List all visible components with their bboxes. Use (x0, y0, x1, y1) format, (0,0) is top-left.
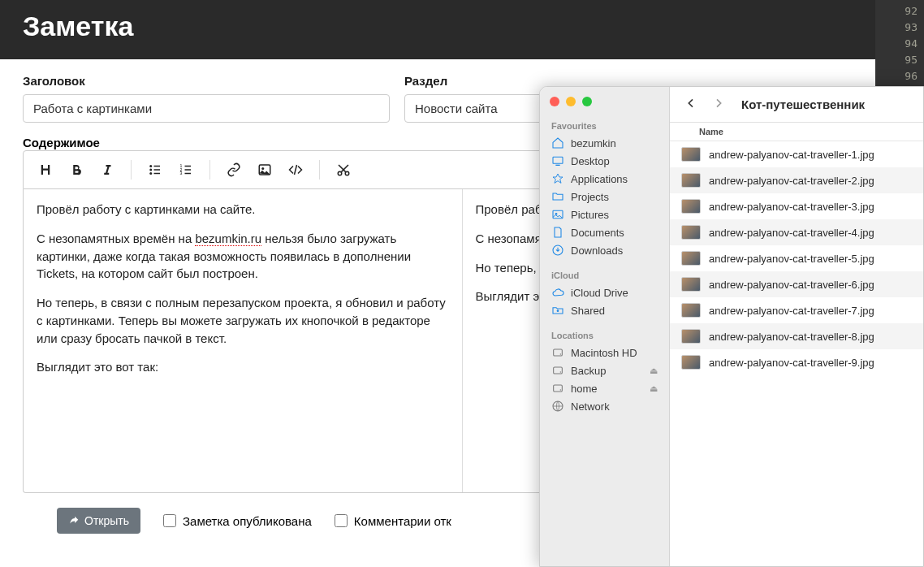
bold-button[interactable] (63, 156, 90, 184)
sidebar-item-label: Documents (571, 227, 624, 239)
svg-rect-22 (554, 349, 563, 356)
file-name: andrew-palyanov-cat-traveller-8.jpg (709, 331, 874, 343)
code-button[interactable] (282, 156, 309, 184)
file-thumbnail-icon (681, 355, 701, 370)
sidebar-item-label: Backup (571, 365, 606, 377)
svg-point-13 (261, 167, 264, 170)
file-thumbnail-icon (681, 251, 701, 266)
minimize-window-button[interactable] (566, 97, 576, 106)
ol-button[interactable]: 123 (172, 156, 200, 184)
sidebar-item-label: Projects (571, 191, 609, 203)
file-name: andrew-palyanov-cat-traveller-5.jpg (709, 253, 874, 265)
finder-sidebar: Favourites bezumkinDesktopApplicationsPr… (540, 87, 670, 566)
sidebar-item-label: Pictures (571, 209, 609, 221)
link-button[interactable] (220, 156, 248, 184)
svg-rect-11 (185, 173, 192, 175)
svg-rect-16 (553, 157, 563, 163)
svg-rect-5 (154, 173, 161, 175)
spellcheck-underline: bezumkin.ru (195, 232, 261, 246)
file-name: andrew-palyanov-cat-traveller-1.jpg (709, 149, 874, 161)
sidebar-item-label: Desktop (571, 155, 610, 167)
file-thumbnail-icon (681, 147, 701, 162)
svg-point-25 (560, 371, 561, 372)
comments-checkbox[interactable] (335, 514, 348, 527)
sidebar-section-icloud: iCloud (540, 266, 669, 284)
separator (319, 160, 320, 180)
sidebar-item-label: Macintosh HD (571, 347, 637, 359)
svg-rect-26 (554, 385, 563, 392)
svg-rect-7 (185, 166, 192, 167)
sidebar-item-label: Applications (571, 173, 628, 185)
sidebar-item[interactable]: Macintosh HD (540, 344, 669, 361)
published-checkbox[interactable] (163, 514, 176, 527)
title-input[interactable] (23, 94, 390, 123)
separator (131, 160, 132, 180)
svg-point-27 (560, 389, 561, 390)
heading-button[interactable] (32, 156, 59, 184)
file-row[interactable]: andrew-palyanov-cat-traveller-8.jpg (670, 323, 923, 349)
file-row[interactable]: andrew-palyanov-cat-traveller-5.jpg (670, 245, 923, 271)
open-button[interactable]: Открыть (57, 508, 140, 534)
svg-rect-9 (185, 169, 192, 171)
file-row[interactable]: andrew-palyanov-cat-traveller-2.jpg (670, 167, 923, 193)
file-list: andrew-palyanov-cat-traveller-1.jpgandre… (670, 141, 923, 566)
sidebar-item[interactable]: home⏏ (540, 379, 669, 397)
finder-toolbar: Кот-путешественник (670, 87, 923, 123)
file-thumbnail-icon (681, 173, 701, 188)
sidebar-item[interactable]: Shared (540, 301, 669, 319)
sidebar-item-label: bezumkin (571, 137, 616, 149)
sidebar-item[interactable]: Projects (540, 188, 669, 206)
file-name: andrew-palyanov-cat-traveller-2.jpg (709, 175, 874, 187)
image-button[interactable] (251, 156, 278, 184)
file-row[interactable]: andrew-palyanov-cat-traveller-3.jpg (670, 193, 923, 219)
file-row[interactable]: andrew-palyanov-cat-traveller-7.jpg (670, 297, 923, 323)
sidebar-item[interactable]: Backup⏏ (540, 361, 669, 379)
sidebar-item[interactable]: Documents (540, 223, 669, 241)
svg-point-23 (560, 353, 561, 354)
file-name: andrew-palyanov-cat-traveller-9.jpg (709, 357, 874, 369)
svg-point-0 (149, 165, 152, 167)
svg-rect-17 (555, 165, 559, 166)
file-thumbnail-icon (681, 225, 701, 240)
sidebar-item[interactable]: Pictures (540, 206, 669, 223)
svg-point-15 (345, 171, 349, 175)
zoom-window-button[interactable] (582, 97, 592, 106)
eject-icon[interactable]: ⏏ (650, 366, 658, 376)
italic-button[interactable] (93, 156, 121, 184)
title-label: Заголовок (23, 74, 390, 88)
sidebar-item[interactable]: bezumkin (540, 134, 669, 152)
file-name: andrew-palyanov-cat-traveller-3.jpg (709, 201, 874, 213)
file-name: andrew-palyanov-cat-traveller-6.jpg (709, 279, 874, 291)
sidebar-section-favourites: Favourites (540, 116, 669, 134)
file-row[interactable]: andrew-palyanov-cat-traveller-6.jpg (670, 271, 923, 297)
page-title: Заметка (23, 11, 133, 42)
sidebar-item-label: Shared (571, 305, 605, 317)
eject-icon[interactable]: ⏏ (650, 383, 658, 394)
sidebar-item-label: Downloads (571, 245, 623, 257)
ul-button[interactable] (141, 156, 169, 184)
published-checkbox-wrap[interactable]: Заметка опубликована (163, 514, 312, 528)
cut-button[interactable] (330, 156, 357, 184)
file-row[interactable]: andrew-palyanov-cat-traveller-4.jpg (670, 219, 923, 245)
comments-checkbox-wrap[interactable]: Комментарии отк (335, 514, 451, 528)
sidebar-item[interactable]: iCloud Drive (540, 284, 669, 301)
sidebar-item-label: Network (571, 400, 610, 413)
back-button[interactable] (681, 93, 701, 116)
close-window-button[interactable] (550, 97, 559, 106)
finder-window: Favourites bezumkinDesktopApplicationsPr… (539, 86, 924, 567)
content-label: Содержимое (23, 136, 100, 149)
sidebar-item[interactable]: Applications (540, 170, 669, 188)
sidebar-item[interactable]: Network (540, 397, 669, 415)
file-name: andrew-palyanov-cat-traveller-7.jpg (709, 305, 874, 317)
page-header: Заметка (0, 0, 924, 59)
sidebar-item[interactable]: Downloads (540, 241, 669, 259)
file-row[interactable]: andrew-palyanov-cat-traveller-9.jpg (670, 349, 923, 375)
window-controls (540, 97, 669, 116)
folder-title: Кот-путешественник (741, 97, 865, 111)
column-header-name[interactable]: Name (670, 123, 923, 141)
editor-source-pane[interactable]: Провёл работу с картинками на сайте. С н… (24, 189, 463, 492)
forward-button[interactable] (709, 93, 728, 116)
svg-rect-1 (154, 166, 161, 167)
file-row[interactable]: andrew-palyanov-cat-traveller-1.jpg (670, 141, 923, 167)
sidebar-item[interactable]: Desktop (540, 152, 669, 170)
